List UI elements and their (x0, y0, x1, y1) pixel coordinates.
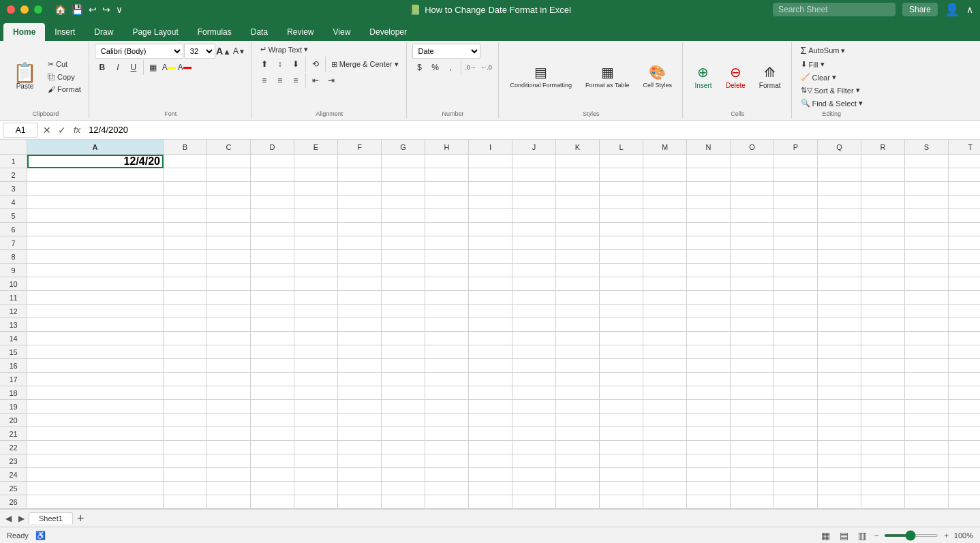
cell-N1[interactable] (687, 155, 731, 168)
paste-button[interactable]: 📋 Paste (7, 59, 43, 94)
cell-S10[interactable] (905, 277, 949, 291)
cell-O20[interactable] (731, 414, 774, 427)
cell-P2[interactable] (774, 168, 818, 182)
cell-Q5[interactable] (818, 209, 861, 223)
col-header-a[interactable]: A (27, 140, 164, 155)
row-header-25[interactable]: 25 (0, 482, 27, 495)
cell-E10[interactable] (294, 277, 338, 291)
cell-F3[interactable] (338, 182, 382, 196)
cell-N23[interactable] (687, 454, 731, 468)
cell-L3[interactable] (600, 182, 643, 196)
cell-G4[interactable] (382, 196, 425, 209)
cell-P23[interactable] (774, 454, 818, 468)
sort-filter-button[interactable]: ⇅▽ Sort & Filter ▾ (797, 84, 863, 96)
cell-K1[interactable] (556, 155, 600, 168)
cell-P20[interactable] (774, 414, 818, 427)
copy-button[interactable]: ⿻ Copy (44, 72, 78, 82)
cell-E25[interactable] (294, 482, 338, 495)
cell-N20[interactable] (687, 414, 731, 427)
row-header-7[interactable]: 7 (0, 236, 27, 250)
cell-O23[interactable] (731, 454, 774, 468)
more-icon[interactable]: ∨ (116, 4, 123, 15)
cell-O7[interactable] (731, 236, 774, 250)
cell-P6[interactable] (774, 223, 818, 236)
cell-K13[interactable] (556, 318, 600, 332)
cell-O18[interactable] (731, 386, 774, 400)
cell-O21[interactable] (731, 427, 774, 441)
cell-H2[interactable] (425, 168, 469, 182)
cell-N11[interactable] (687, 291, 731, 305)
cell-F23[interactable] (338, 454, 382, 468)
cell-R13[interactable] (861, 318, 905, 332)
cell-C18[interactable] (207, 386, 251, 400)
cell-E22[interactable] (294, 441, 338, 454)
cell-C11[interactable] (207, 291, 251, 305)
tab-insert[interactable]: Insert (45, 23, 85, 41)
col-header-g[interactable]: G (382, 140, 425, 155)
cell-T14[interactable] (949, 332, 980, 345)
cell-S17[interactable] (905, 373, 949, 386)
percent-button[interactable]: % (428, 60, 443, 75)
cell-O9[interactable] (731, 264, 774, 277)
cell-K25[interactable] (556, 482, 600, 495)
cell-B24[interactable] (164, 468, 207, 482)
cell-E6[interactable] (294, 223, 338, 236)
cell-K24[interactable] (556, 468, 600, 482)
cell-Q13[interactable] (818, 318, 861, 332)
cell-Q22[interactable] (818, 441, 861, 454)
cell-T22[interactable] (949, 441, 980, 454)
merge-center-button[interactable]: ⊞ Merge & Center ▾ (328, 59, 402, 70)
cell-S8[interactable] (905, 250, 949, 264)
cell-L10[interactable] (600, 277, 643, 291)
cell-B3[interactable] (164, 182, 207, 196)
cell-J13[interactable] (512, 318, 556, 332)
cell-K3[interactable] (556, 182, 600, 196)
cell-L15[interactable] (600, 345, 643, 359)
cut-button[interactable]: ✂ Cut (44, 59, 71, 70)
row-header-23[interactable]: 23 (0, 454, 27, 468)
cell-T25[interactable] (949, 482, 980, 495)
cell-E26[interactable] (294, 495, 338, 509)
cell-E5[interactable] (294, 209, 338, 223)
col-header-f[interactable]: F (338, 140, 382, 155)
save-icon[interactable]: 💾 (72, 4, 83, 15)
cell-H8[interactable] (425, 250, 469, 264)
cell-S6[interactable] (905, 223, 949, 236)
cell-J22[interactable] (512, 441, 556, 454)
cancel-formula-button[interactable]: ✕ (41, 125, 53, 136)
cell-J12[interactable] (512, 305, 556, 318)
cell-C25[interactable] (207, 482, 251, 495)
cell-R6[interactable] (861, 223, 905, 236)
cell-T18[interactable] (949, 386, 980, 400)
font-family-select[interactable]: Calibri (Body) (95, 44, 183, 59)
profile-icon[interactable]: 👤 (945, 2, 960, 17)
cell-E1[interactable] (294, 155, 338, 168)
cell-P13[interactable] (774, 318, 818, 332)
zoom-slider[interactable] (884, 534, 938, 537)
cell-F10[interactable] (338, 277, 382, 291)
cell-I25[interactable] (469, 482, 512, 495)
cell-N17[interactable] (687, 373, 731, 386)
cell-G16[interactable] (382, 359, 425, 373)
cell-D12[interactable] (251, 305, 294, 318)
cell-M5[interactable] (643, 209, 687, 223)
row-header-21[interactable]: 21 (0, 427, 27, 441)
cell-P24[interactable] (774, 468, 818, 482)
cell-H13[interactable] (425, 318, 469, 332)
cell-Q20[interactable] (818, 414, 861, 427)
row-header-19[interactable]: 19 (0, 400, 27, 414)
cell-M18[interactable] (643, 386, 687, 400)
cell-G7[interactable] (382, 236, 425, 250)
cell-D10[interactable] (251, 277, 294, 291)
cell-P4[interactable] (774, 196, 818, 209)
cell-A10[interactable] (27, 277, 164, 291)
tab-page-layout[interactable]: Page Layout (123, 23, 187, 41)
cell-S13[interactable] (905, 318, 949, 332)
cell-I5[interactable] (469, 209, 512, 223)
cell-R12[interactable] (861, 305, 905, 318)
cell-P3[interactable] (774, 182, 818, 196)
autosum-button[interactable]: Σ AutoSum ▾ (797, 44, 849, 57)
cell-C3[interactable] (207, 182, 251, 196)
cell-M8[interactable] (643, 250, 687, 264)
fill-button[interactable]: ⬇ Fill ▾ (797, 59, 828, 70)
